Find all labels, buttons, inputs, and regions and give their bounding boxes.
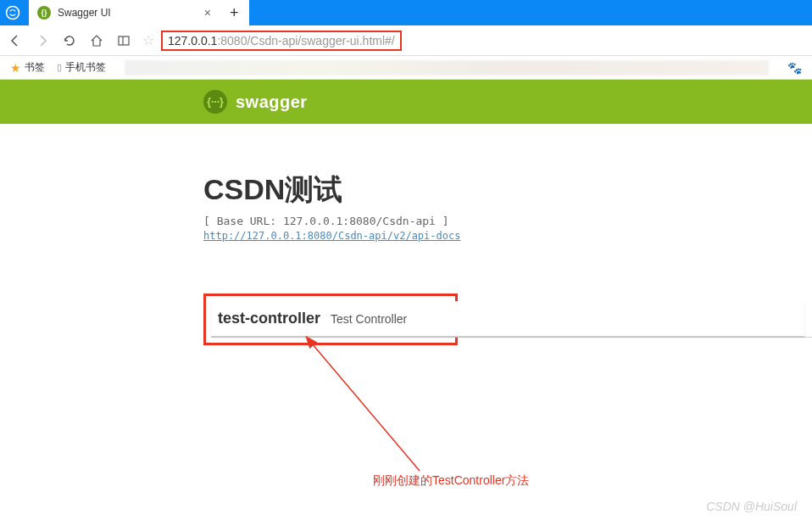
base-url: [ Base URL: 127.0.0.1:8080/Csdn-api ] <box>203 215 812 227</box>
app-icon <box>0 0 25 25</box>
tab-favicon-icon: {} <box>37 6 51 20</box>
browser-titlebar: {} Swagger UI × + <box>0 0 812 25</box>
swagger-header: {···} swagger <box>0 80 812 124</box>
svg-point-1 <box>7 7 18 18</box>
favorite-star-icon[interactable]: ☆ <box>142 32 154 48</box>
blurred-bookmarks <box>125 60 769 75</box>
bookmark-bar: ★ 书签 ▯ 手机书签 🐾 <box>0 56 812 80</box>
api-title: CSDN测试 <box>203 171 812 210</box>
controller-row[interactable]: test-controller Test Controller <box>211 301 804 337</box>
star-icon: ★ <box>10 61 21 75</box>
main-content: CSDN测试 [ Base URL: 127.0.0.1:8080/Csdn-a… <box>0 124 812 345</box>
swagger-logo-icon: {···} <box>203 90 227 114</box>
url-path: /Csdn-api/swagger-ui.html#/ <box>247 34 394 48</box>
bookmark-folder[interactable]: ★ 书签 <box>10 60 45 75</box>
annotation-text: 刚刚创建的TestController方法 <box>373 473 529 489</box>
bookmark-label: 书签 <box>25 60 45 75</box>
paw-icon[interactable]: 🐾 <box>787 61 802 75</box>
tab-title: Swagger UI <box>58 7 197 19</box>
controller-name: test-controller <box>218 310 320 327</box>
controller-highlight-box: test-controller Test Controller <box>203 294 458 345</box>
forward-button[interactable] <box>34 32 51 49</box>
panel-button[interactable] <box>115 32 132 49</box>
phone-icon: ▯ <box>57 62 62 73</box>
svg-rect-2 <box>119 36 129 45</box>
new-tab-button[interactable]: + <box>220 0 249 25</box>
annotation-arrow <box>297 335 466 484</box>
api-docs-link[interactable]: http://127.0.0.1:8080/Csdn-api/v2/api-do… <box>203 230 460 242</box>
url-port: :8080 <box>217 34 247 48</box>
browser-tab[interactable]: {} Swagger UI × <box>29 0 220 25</box>
reload-button[interactable] <box>61 32 78 49</box>
url-highlight-box: 127.0.0.1:8080/Csdn-api/swagger-ui.html#… <box>161 31 402 51</box>
svg-line-5 <box>312 344 420 471</box>
mobile-bookmark-label: 手机书签 <box>65 60 106 75</box>
address-bar[interactable]: ☆ 127.0.0.1:8080/Csdn-api/swagger-ui.htm… <box>142 31 805 51</box>
url-host: 127.0.0.1 <box>168 34 217 48</box>
swagger-brand: swagger <box>236 92 308 112</box>
tab-close-icon[interactable]: × <box>204 6 211 20</box>
controller-section: test-controller Test Controller <box>203 294 812 345</box>
home-button[interactable] <box>88 32 105 49</box>
nav-bar: ☆ 127.0.0.1:8080/Csdn-api/swagger-ui.htm… <box>0 25 812 56</box>
watermark: CSDN @HuiSoul <box>706 500 797 513</box>
controller-description: Test Controller <box>331 312 407 326</box>
back-button[interactable] <box>7 32 24 49</box>
mobile-bookmark[interactable]: ▯ 手机书签 <box>57 60 106 75</box>
